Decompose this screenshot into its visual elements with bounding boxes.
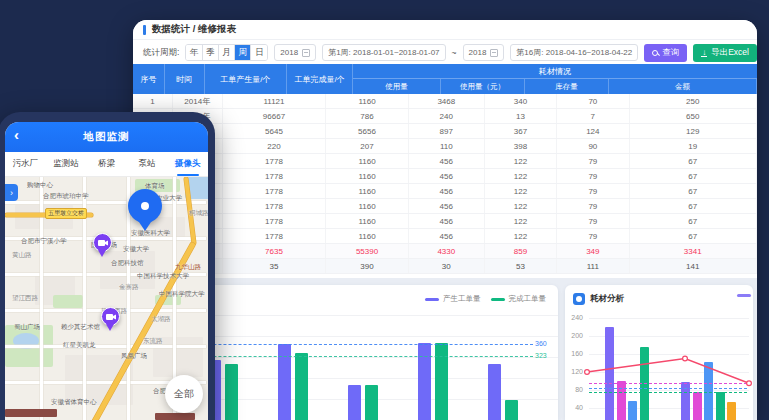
table-cell: 79 — [557, 184, 629, 198]
table-cell: 240 — [409, 109, 485, 123]
map-label: 中国科学技术大学 — [137, 272, 189, 281]
column-header: 序号 — [133, 64, 165, 94]
table-header: 序号时间工单产生量/个工单完成量/个耗材情况使用量使用量（元）库存量金额 — [133, 64, 757, 94]
bar — [605, 327, 614, 420]
bar — [716, 392, 725, 420]
table-cell: 1160 — [326, 199, 409, 213]
table-cell: 456 — [409, 199, 485, 213]
table-cell: 124 — [557, 124, 629, 138]
table-cell: 67 — [630, 184, 757, 198]
bar — [488, 364, 501, 420]
map-park — [53, 295, 83, 308]
map-label: 蜀山广场 — [14, 323, 40, 332]
back-chevron-icon[interactable]: ‹ — [14, 126, 19, 143]
y-axis-tick: 200 — [567, 332, 583, 339]
table-cell: 122 — [485, 229, 557, 243]
bar — [365, 385, 378, 420]
calendar-icon — [302, 49, 310, 57]
legend-label: 完成工单量 — [509, 294, 547, 304]
bar — [225, 364, 238, 420]
phone-tab-1[interactable]: 污水厂 — [5, 152, 46, 176]
table-cell: 122 — [485, 184, 557, 198]
column-header: 工单产生量/个 — [205, 64, 287, 94]
map-label: 安徽省体育中心 — [51, 398, 97, 407]
export-excel-button[interactable]: ↓ 导出Excel — [693, 44, 757, 62]
phone-tab-2[interactable]: 监测站 — [46, 152, 87, 176]
column-header: 时间 — [165, 64, 205, 94]
report-table: 序号时间工单产生量/个工单完成量/个耗材情况使用量使用量（元）库存量金额1201… — [133, 64, 757, 274]
table-cell: 1160 — [326, 94, 409, 108]
show-all-button[interactable]: 全部 — [165, 375, 203, 413]
search-button[interactable]: 查询 — [644, 44, 687, 62]
period-label: 统计周期: — [143, 47, 179, 59]
table-cell: 3468 — [409, 94, 485, 108]
legend-label: 产生工单量 — [443, 294, 481, 304]
table-cell: 110 — [409, 139, 485, 153]
legend-item: 完成工单量 — [491, 294, 547, 304]
map-label: 望江西路 — [12, 294, 38, 303]
bar — [435, 343, 448, 420]
year-from-select[interactable]: 2018 — [274, 44, 316, 61]
table-cell: 456 — [409, 184, 485, 198]
search-icon — [652, 50, 658, 56]
table-cell: 456 — [409, 229, 485, 243]
table-cell: 1160 — [326, 229, 409, 243]
download-icon: ↓ — [701, 49, 707, 57]
table-row: 92018年177811604561227967 — [133, 214, 757, 229]
table-row: 102018年177811604561227967 — [133, 229, 757, 244]
table-cell: 79 — [557, 154, 629, 168]
table-cell: 220 — [223, 139, 326, 153]
table-cell: 122 — [485, 214, 557, 228]
y-axis-tick: 160 — [567, 350, 583, 357]
table-cell: 111 — [557, 259, 629, 273]
week-from-input[interactable]: 第1周: 2018-01-01~2018-01-07 — [322, 44, 445, 61]
map-expand-button[interactable]: › — [5, 184, 18, 201]
y-axis-tick: 240 — [567, 314, 583, 321]
map-label: 赖少其艺术馆 — [61, 323, 100, 332]
table-row: 82018年177811604561227967 — [133, 199, 757, 214]
phone-tab-5[interactable]: 摄像头 — [167, 152, 208, 176]
period-option-年[interactable]: 年 — [186, 45, 202, 60]
phone-header: ‹ 地图监测 — [5, 122, 208, 152]
period-segmented-control[interactable]: 年季月周日 — [185, 44, 268, 61]
map-label: 太湖路 — [151, 315, 171, 324]
phone-tab-4[interactable]: 泵站 — [127, 152, 168, 176]
table-cell: 55390 — [326, 244, 409, 258]
camera-pin[interactable] — [101, 307, 120, 332]
bar — [704, 362, 713, 420]
consumable-chart-plot: 2402001601208040 — [565, 285, 753, 420]
bar — [628, 401, 637, 420]
period-option-季[interactable]: 季 — [203, 45, 219, 60]
map-label: 五里墩立交桥 — [45, 208, 87, 219]
camera-pin[interactable] — [93, 233, 112, 258]
table-cell: 79 — [557, 229, 629, 243]
breadcrumb-tick — [143, 25, 146, 35]
camera-icon — [98, 239, 108, 247]
week-to-input[interactable]: 第16周: 2018-04-16~2018-04-22 — [510, 44, 638, 61]
table-cell: 3341 — [630, 244, 757, 258]
table-row: 32016年56455656897367124129 — [133, 124, 757, 139]
year-to-select[interactable]: 2018 — [463, 44, 505, 61]
table-cell: 5645 — [223, 124, 326, 138]
map-canvas[interactable]: › 全部 购物中心合肥市琥珀中学体育场安徽农业大学五里墩立交桥桐城路安徽医科大学… — [5, 177, 208, 420]
period-option-日[interactable]: 日 — [251, 45, 267, 60]
period-option-周[interactable]: 周 — [235, 45, 251, 60]
table-cell: 1778 — [223, 184, 326, 198]
table-cell: 1778 — [223, 214, 326, 228]
selected-location-pin[interactable] — [128, 189, 162, 233]
year-from-value: 2018 — [280, 48, 298, 57]
table-cell: 7635 — [223, 244, 326, 258]
table-cell: 207 — [326, 139, 409, 153]
map-label: 九华山路 — [175, 263, 201, 272]
table-cell: 390 — [326, 259, 409, 273]
period-option-月[interactable]: 月 — [219, 45, 235, 60]
table-cell: 67 — [630, 229, 757, 243]
table-cell: 79 — [557, 199, 629, 213]
reference-line — [589, 383, 747, 384]
phone-tab-3[interactable]: 桥梁 — [86, 152, 127, 176]
table-cell: 79 — [557, 214, 629, 228]
map-label-plate — [5, 409, 57, 417]
y-axis-tick: 80 — [567, 386, 583, 393]
table-row: 42017年2202071103989019 — [133, 139, 757, 154]
column-header: 工单完成量/个 — [287, 64, 353, 94]
